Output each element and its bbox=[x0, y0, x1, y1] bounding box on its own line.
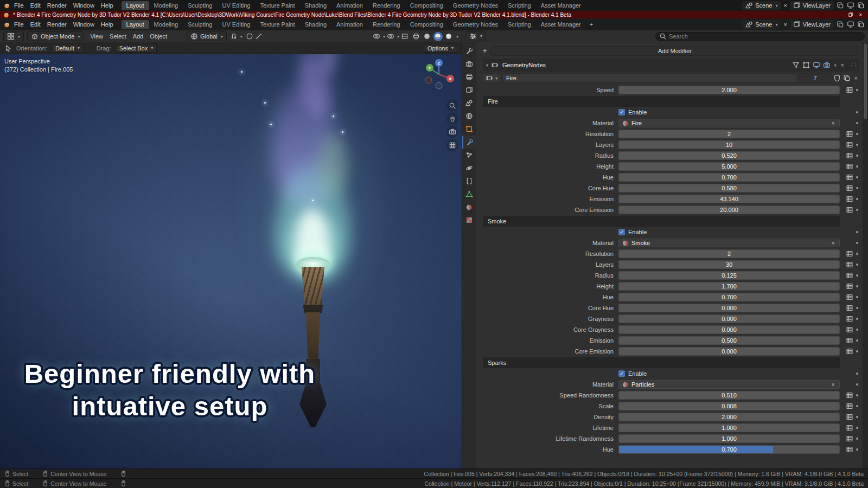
window2-tab-geometry-nodes[interactable]: Geometry Nodes bbox=[448, 20, 503, 29]
attribute-toggle-icon[interactable] bbox=[846, 250, 853, 258]
value-field[interactable]: 30 bbox=[618, 260, 840, 269]
window2-tab-modeling[interactable]: Modeling bbox=[149, 20, 183, 29]
attribute-toggle-icon[interactable] bbox=[846, 261, 853, 268]
attribute-toggle-icon[interactable] bbox=[846, 446, 853, 453]
clear-material-button[interactable]: × bbox=[830, 381, 837, 388]
decorator-dot[interactable] bbox=[856, 264, 858, 266]
value-field[interactable]: 10 bbox=[618, 140, 840, 149]
attribute-toggle-icon[interactable] bbox=[846, 391, 853, 399]
window1-menu-help[interactable]: Help bbox=[98, 1, 117, 10]
value-field[interactable]: 5.000 bbox=[618, 162, 840, 171]
window2-tab-sculpting[interactable]: Sculpting bbox=[183, 20, 217, 29]
window2-tab-layout[interactable]: Layout bbox=[122, 20, 149, 29]
viewport-menu-object[interactable]: Object bbox=[146, 32, 170, 41]
window1-menu-file[interactable]: File bbox=[11, 1, 27, 10]
clear-material-button[interactable]: × bbox=[830, 120, 837, 126]
properties-tab-object-data[interactable] bbox=[462, 188, 476, 201]
properties-tab-scene[interactable] bbox=[462, 97, 476, 110]
panel-section-fire[interactable]: Fire bbox=[483, 96, 840, 107]
edit-mode-display-icon[interactable] bbox=[802, 61, 810, 69]
decorator-dot[interactable] bbox=[856, 448, 858, 451]
ortho-view-button[interactable] bbox=[446, 139, 458, 151]
properties-tab-view-layer[interactable] bbox=[462, 84, 476, 97]
viewport-menu-select[interactable]: Select bbox=[106, 32, 130, 41]
blender-logo-icon[interactable] bbox=[3, 2, 10, 9]
properties-tab-object[interactable] bbox=[462, 123, 476, 136]
remove-modifier-button[interactable]: × bbox=[839, 62, 846, 68]
properties-tab-constraints[interactable] bbox=[462, 175, 476, 188]
attribute-toggle-icon[interactable] bbox=[846, 141, 853, 149]
show-overlays-icon[interactable] bbox=[387, 33, 394, 40]
decorator-dot[interactable] bbox=[856, 339, 858, 342]
shading-wireframe-button[interactable] bbox=[412, 32, 421, 41]
value-field[interactable]: 2 bbox=[618, 249, 840, 258]
decorator-dot[interactable] bbox=[856, 242, 858, 244]
properties-tab-physics[interactable] bbox=[462, 162, 476, 175]
unlink-node-tree-button[interactable]: × bbox=[853, 75, 859, 81]
decorator-dot[interactable] bbox=[856, 329, 858, 331]
properties-tab-world[interactable] bbox=[462, 110, 476, 123]
attribute-toggle-icon[interactable] bbox=[846, 184, 853, 192]
value-field[interactable]: 2.000 bbox=[618, 413, 840, 421]
value-field[interactable]: 1.000 bbox=[618, 434, 840, 443]
window2-menu-render[interactable]: Render bbox=[44, 20, 70, 29]
viewport-menu-view[interactable]: View bbox=[87, 32, 106, 41]
blender-logo-icon[interactable] bbox=[3, 21, 10, 28]
window1-tab-scripting[interactable]: Scripting bbox=[503, 1, 536, 10]
value-field[interactable]: 0.700 bbox=[618, 293, 840, 301]
options-dropdown[interactable]: Options▾ bbox=[424, 44, 457, 53]
shading-solid-button[interactable] bbox=[423, 32, 432, 41]
attribute-toggle-icon[interactable] bbox=[846, 152, 853, 159]
attribute-toggle-icon[interactable] bbox=[846, 174, 853, 181]
viewport-menu-add[interactable]: Add bbox=[130, 32, 147, 41]
proportional-editing-icon[interactable] bbox=[246, 33, 253, 40]
window2-tab-animation[interactable]: Animation bbox=[331, 20, 368, 29]
zoom-view-button[interactable] bbox=[446, 100, 458, 112]
value-field[interactable]: 0.008 bbox=[618, 402, 840, 410]
modifier-header[interactable]: ▾ GeometryNodes ▾ × ⋮⋮ bbox=[483, 59, 859, 72]
material-selector[interactable]: Smoke× bbox=[618, 239, 840, 247]
attribute-toggle-icon[interactable] bbox=[846, 348, 853, 355]
editor-type-button[interactable]: ▾ bbox=[3, 31, 24, 41]
decorator-dot[interactable] bbox=[856, 427, 858, 429]
stack-icon[interactable] bbox=[857, 2, 865, 9]
xray-toggle-icon[interactable] bbox=[401, 33, 409, 40]
transform-orientation-selector[interactable]: Global ▾ bbox=[187, 31, 227, 41]
pan-view-button[interactable] bbox=[446, 113, 458, 125]
decorator-dot[interactable] bbox=[856, 89, 858, 91]
decorator-dot[interactable] bbox=[856, 307, 858, 309]
snap-magnet-icon[interactable] bbox=[230, 33, 238, 40]
decorator-dot[interactable] bbox=[856, 383, 858, 386]
attribute-toggle-icon[interactable] bbox=[846, 130, 853, 138]
properties-tab-texture[interactable] bbox=[462, 214, 476, 227]
properties-tab-modifiers[interactable] bbox=[462, 136, 476, 149]
value-field[interactable]: 0.580 bbox=[618, 184, 840, 192]
shading-material-button[interactable] bbox=[433, 32, 443, 41]
attribute-toggle-icon[interactable] bbox=[846, 282, 853, 290]
window2-tab-rendering[interactable]: Rendering bbox=[368, 20, 405, 29]
attribute-toggle-icon[interactable] bbox=[846, 206, 853, 214]
stack-icon[interactable] bbox=[857, 21, 865, 28]
panel-section-sparks[interactable]: Sparks bbox=[483, 357, 840, 368]
render-display-icon[interactable] bbox=[823, 61, 831, 69]
attribute-toggle-icon[interactable] bbox=[846, 337, 853, 344]
decorator-dot[interactable] bbox=[856, 111, 858, 113]
attribute-toggle-icon[interactable] bbox=[846, 86, 853, 94]
window2-tab-texture-paint[interactable]: Texture Paint bbox=[255, 20, 299, 29]
decorator-dot[interactable] bbox=[856, 122, 858, 124]
value-field[interactable]: 1.700 bbox=[618, 282, 840, 291]
value-field[interactable]: 0.000 bbox=[618, 304, 840, 312]
material-selector[interactable]: Fire× bbox=[618, 119, 840, 127]
window2-menu-edit[interactable]: Edit bbox=[27, 20, 44, 29]
window1-tab-rendering[interactable]: Rendering bbox=[368, 1, 405, 10]
shading-rendered-button[interactable] bbox=[444, 32, 454, 41]
window2-tab-asset-manager[interactable]: Asset Manager bbox=[536, 20, 586, 29]
enable-checkbox[interactable]: ✓ bbox=[618, 229, 625, 235]
value-field[interactable]: 2 bbox=[618, 130, 840, 138]
value-field[interactable]: 1.000 bbox=[618, 423, 840, 432]
decorator-dot[interactable] bbox=[856, 274, 858, 277]
decorator-dot[interactable] bbox=[856, 373, 858, 375]
window1-tab-texture-paint[interactable]: Texture Paint bbox=[255, 1, 299, 10]
decorator-dot[interactable] bbox=[856, 253, 858, 255]
value-field[interactable]: 20.000 bbox=[618, 206, 840, 214]
